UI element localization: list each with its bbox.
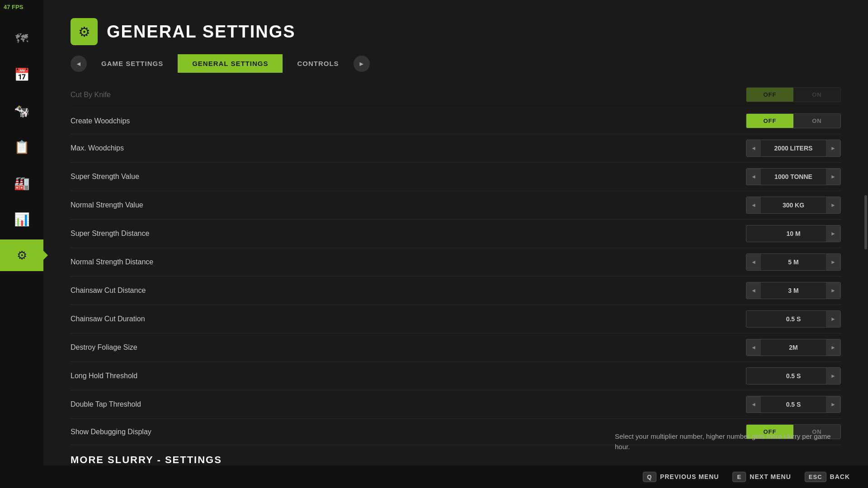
sidebar-item-map[interactable]: 🗺 [6,23,38,54]
spinner-left-max-woodchips[interactable]: ◄ [746,140,761,156]
page-title: GENERAL SETTINGS [107,22,296,42]
spinner-right-super-strength-distance[interactable]: ► [826,225,840,242]
setting-label-chainsaw-cut-distance: Chainsaw Cut Distance [71,286,746,295]
sidebar-item-animals[interactable]: 🐄 [6,95,38,127]
spinner-left-double-tap-threshold[interactable]: ◄ [746,396,761,413]
toggle-on-cut-by-knife[interactable]: ON [793,88,840,102]
setting-label-destroy-foliage-size: Destroy Foliage Size [71,343,746,352]
bottom-action-previous-menu: Q PREVIOUS MENU [643,472,719,482]
setting-control-normal-strength-value: ◄ 300 KG ► [746,197,841,214]
spinner-max-woodchips: ◄ 2000 LITERS ► [746,140,841,157]
spinner-left-destroy-foliage-size[interactable]: ◄ [746,339,761,356]
label-previous-menu: PREVIOUS MENU [660,473,719,480]
setting-label-long-hold-threshold: Long Hold Threshold [71,372,746,380]
setting-control-max-woodchips: ◄ 2000 LITERS ► [746,140,841,157]
spinner-right-destroy-foliage-size[interactable]: ► [826,339,840,356]
more-slurry-section-title: MORE SLURRY - SETTINGS [71,454,841,466]
tab-bar: ◄ GAME SETTINGS GENERAL SETTINGS CONTROL… [43,54,868,73]
spinner-right-normal-strength-distance[interactable]: ► [826,254,840,270]
spinner-value-normal-strength-distance: 5 M [761,255,826,269]
tab-controls[interactable]: CONTROLS [283,54,353,73]
spinner-right-long-hold-threshold[interactable]: ► [826,368,840,384]
spinner-value-destroy-foliage-size: 2M [761,340,826,355]
setting-super-strength-value: Super Strength Value ◄ 1000 TONNE ► [71,163,841,191]
main-content: ⚙ GENERAL SETTINGS ◄ GAME SETTINGS GENER… [43,0,868,488]
toggle-on-create-woodchips[interactable]: ON [793,114,840,128]
setting-normal-strength-value: Normal Strength Value ◄ 300 KG ► [71,191,841,220]
setting-create-woodchips: Create Woodchips OFF ON [71,108,841,134]
sidebar: 🗺 📅 🐄 📋 🏭 📊 ⚙ [0,0,43,488]
spinner-left-super-strength-value[interactable]: ◄ [746,169,761,185]
setting-long-hold-threshold: Long Hold Threshold ◄ 0.5 S ► [71,362,841,390]
toggle-create-woodchips: OFF ON [746,113,841,128]
spinner-value-long-hold-threshold: 0.5 S [761,369,826,383]
key-esc[interactable]: ESC [805,472,826,482]
setting-normal-strength-distance: Normal Strength Distance ◄ 5 M ► [71,248,841,277]
tab-general-settings[interactable]: GENERAL SETTINGS [178,54,283,73]
sidebar-item-settings[interactable]: ⚙ [0,239,43,271]
spinner-value-normal-strength-value: 300 KG [761,198,826,212]
setting-control-super-strength-value: ◄ 1000 TONNE ► [746,168,841,185]
setting-label-chainsaw-cut-duration: Chainsaw Cut Duration [71,315,746,323]
fps-counter: 47 FPS [4,4,23,10]
tab-prev-arrow[interactable]: ◄ [71,56,87,72]
setting-max-woodchips: Max. Woodchips ◄ 2000 LITERS ► [71,134,841,163]
spinner-normal-strength-value: ◄ 300 KG ► [746,197,841,214]
spinner-right-max-woodchips[interactable]: ► [826,140,840,156]
setting-control-destroy-foliage-size: ◄ 2M ► [746,339,841,356]
spinner-chainsaw-cut-duration: ◄ 0.5 S ► [746,310,841,328]
spinner-right-chainsaw-cut-duration[interactable]: ► [826,311,840,327]
toggle-off-cut-by-knife[interactable]: OFF [746,88,793,102]
key-q[interactable]: Q [643,472,656,482]
spinner-left-normal-strength-value[interactable]: ◄ [746,197,761,213]
sidebar-item-missions[interactable]: 📋 [6,131,38,163]
key-e[interactable]: E [732,472,746,482]
label-next-menu: NEXT MENU [750,473,791,480]
setting-label-super-strength-distance: Super Strength Distance [71,230,746,238]
header-icon: ⚙ [71,18,98,45]
spinner-value-super-strength-value: 1000 TONNE [761,169,826,184]
spinner-left-chainsaw-cut-distance[interactable]: ◄ [746,282,761,299]
toggle-off-create-woodchips[interactable]: OFF [746,114,793,128]
toggle-cut-by-knife: OFF ON [746,87,841,102]
label-back: BACK [830,473,850,480]
setting-control-create-woodchips: OFF ON [746,113,841,128]
bottom-bar: Q PREVIOUS MENU E NEXT MENU ESC BACK [43,465,868,488]
sidebar-item-stats[interactable]: 📊 [6,203,38,235]
spinner-chainsaw-cut-distance: ◄ 3 M ► [746,282,841,299]
bottom-action-next-menu: E NEXT MENU [732,472,791,482]
setting-destroy-foliage-size: Destroy Foliage Size ◄ 2M ► [71,333,841,362]
spinner-value-super-strength-distance: 10 M [761,226,826,241]
spinner-right-super-strength-value[interactable]: ► [826,169,840,185]
spinner-super-strength-value: ◄ 1000 TONNE ► [746,168,841,185]
tab-next-arrow[interactable]: ► [354,56,370,72]
spinner-value-max-woodchips: 2000 LITERS [761,141,826,155]
setting-control-cut-by-knife: OFF ON [746,87,841,102]
sidebar-item-calendar[interactable]: 📅 [6,59,38,90]
page-header: ⚙ GENERAL SETTINGS [43,0,868,54]
tab-game-settings[interactable]: GAME SETTINGS [87,54,178,73]
setting-control-chainsaw-cut-distance: ◄ 3 M ► [746,282,841,299]
setting-label-normal-strength-value: Normal Strength Value [71,201,746,209]
spinner-right-chainsaw-cut-distance[interactable]: ► [826,282,840,299]
setting-control-normal-strength-distance: ◄ 5 M ► [746,253,841,271]
spinner-super-strength-distance: ◄ 10 M ► [746,225,841,242]
spinner-right-normal-strength-value[interactable]: ► [826,197,840,213]
setting-label-cut-by-knife: Cut By Knife [71,91,746,99]
spinner-normal-strength-distance: ◄ 5 M ► [746,253,841,271]
setting-cut-by-knife: Cut By Knife OFF ON [71,82,841,108]
spinner-left-normal-strength-distance[interactable]: ◄ [746,254,761,270]
spinner-double-tap-threshold: ◄ 0.5 S ► [746,396,841,413]
bottom-action-back: ESC BACK [805,472,850,482]
spinner-right-double-tap-threshold[interactable]: ► [826,396,840,413]
sidebar-item-production[interactable]: 🏭 [6,167,38,199]
setting-control-chainsaw-cut-duration: ◄ 0.5 S ► [746,310,841,328]
settings-content: Cut By Knife OFF ON Create Woodchips OFF… [43,82,868,488]
setting-label-super-strength-value: Super Strength Value [71,173,746,181]
setting-label-double-tap-threshold: Double Tap Threshold [71,400,746,408]
setting-label-max-woodchips: Max. Woodchips [71,144,746,152]
setting-control-super-strength-distance: ◄ 10 M ► [746,225,841,242]
spinner-long-hold-threshold: ◄ 0.5 S ► [746,367,841,385]
setting-control-double-tap-threshold: ◄ 0.5 S ► [746,396,841,413]
setting-label-create-woodchips: Create Woodchips [71,117,746,125]
